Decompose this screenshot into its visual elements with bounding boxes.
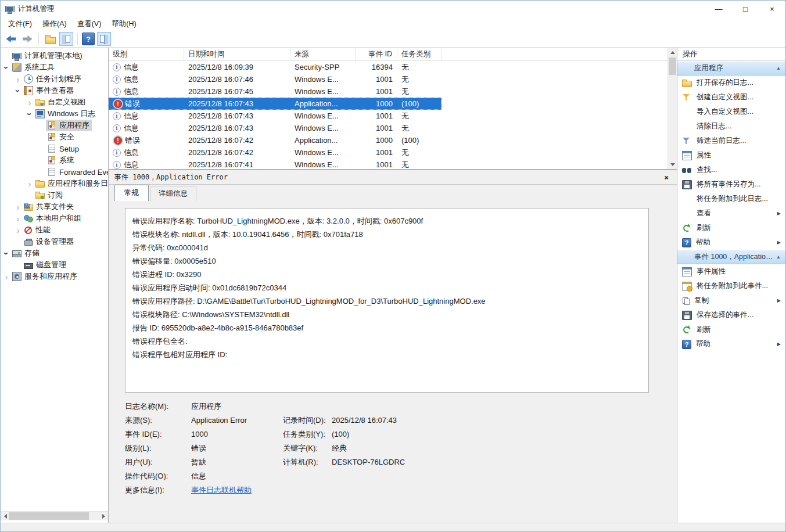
- tree-item[interactable]: 事件查看器: [1, 85, 108, 96]
- event-row[interactable]: 信息 2025/12/8 16:07:42 Windows E... 1001 …: [109, 146, 442, 159]
- column-header-event-id[interactable]: 事件 ID: [356, 48, 397, 60]
- event-list-scrollbar[interactable]: [667, 48, 677, 169]
- tree-expand-arrow[interactable]: [13, 225, 23, 235]
- show-action-pane-icon[interactable]: [97, 32, 111, 46]
- tree-expand-arrow[interactable]: [2, 63, 11, 73]
- tree-item[interactable]: 磁盘管理: [1, 259, 108, 271]
- info-icon: [113, 161, 121, 169]
- column-header-source[interactable]: 来源: [290, 48, 356, 60]
- tree-item[interactable]: 应用程序: [1, 120, 108, 131]
- detail-tab[interactable]: 详细信息: [150, 186, 196, 201]
- forward-icon[interactable]: [20, 32, 34, 46]
- action-item[interactable]: 复制 ▶: [677, 293, 785, 308]
- action-item[interactable]: 清除日志...: [677, 119, 785, 134]
- action-item[interactable]: 事件属性: [677, 264, 785, 279]
- action-item[interactable]: 帮助 ▶: [677, 235, 785, 250]
- menu-item[interactable]: 操作(A): [37, 17, 72, 31]
- tree-item[interactable]: Setup: [1, 143, 108, 154]
- event-description-line: 错误模块名称: ntdll.dll，版本: 10.0.19041.6456，时间…: [132, 228, 641, 241]
- scroll-down-icon[interactable]: [668, 160, 677, 169]
- menu-item[interactable]: 查看(V): [72, 17, 107, 31]
- scrollbar-thumb[interactable]: [669, 57, 676, 75]
- action-item-label: 应用程序: [694, 63, 723, 73]
- back-icon[interactable]: [4, 32, 18, 46]
- scroll-right-icon[interactable]: [99, 512, 108, 521]
- help-icon[interactable]: [82, 33, 95, 45]
- tree-item[interactable]: 存储: [1, 247, 108, 259]
- action-item[interactable]: 事件 1000，Application E... ▲: [677, 250, 785, 264]
- column-header-category[interactable]: 任务类别: [397, 48, 442, 60]
- event-source: Windows E...: [290, 87, 356, 96]
- action-item[interactable]: 刷新: [677, 221, 785, 235]
- event-row[interactable]: 信息 2025/12/8 16:07:43 Windows E... 1001 …: [109, 122, 442, 134]
- action-item[interactable]: 筛选当前日志...: [677, 134, 785, 148]
- detail-tab[interactable]: 常规: [114, 185, 149, 201]
- tree-item[interactable]: 服务和应用程序: [1, 271, 108, 282]
- action-item[interactable]: 应用程序 ▲: [677, 61, 785, 76]
- tree-item[interactable]: 计算机管理(本地): [1, 50, 108, 62]
- column-header-level[interactable]: 级别: [109, 48, 184, 60]
- tree-item[interactable]: 本地用户和组: [1, 213, 108, 224]
- event-row[interactable]: 错误 2025/12/8 16:07:43 Application... 100…: [109, 98, 442, 110]
- column-header-datetime[interactable]: 日期和时间: [184, 48, 290, 60]
- tree-expand-arrow[interactable]: [25, 98, 34, 107]
- menu-item[interactable]: 文件(F): [3, 17, 37, 31]
- scroll-up-icon[interactable]: [668, 48, 677, 57]
- action-item[interactable]: 将所有事件另存为...: [677, 177, 785, 192]
- tree-item[interactable]: 订阅: [1, 189, 108, 201]
- tree-expand-arrow[interactable]: [13, 74, 23, 84]
- event-row[interactable]: 信息 2025/12/8 16:09:39 Security-SPP 16394…: [109, 61, 442, 73]
- action-item[interactable]: 保存选择的事件...: [677, 308, 785, 322]
- separator[interactable]: [37, 32, 41, 46]
- tree-expand-arrow[interactable]: [13, 214, 23, 224]
- scrollbar-thumb[interactable]: [9, 512, 89, 520]
- tree-expand-arrow[interactable]: [2, 249, 11, 258]
- action-item[interactable]: 将任务附加到此日志...: [677, 192, 785, 206]
- menu-item[interactable]: 帮助(H): [106, 17, 141, 31]
- event-row[interactable]: 错误 2025/12/8 16:07:42 Application... 100…: [109, 134, 442, 146]
- close-detail-icon[interactable]: ×: [664, 173, 669, 182]
- action-item[interactable]: 刷新: [677, 322, 785, 337]
- event-row[interactable]: 信息 2025/12/8 16:07:46 Windows E... 1001 …: [109, 73, 442, 85]
- tree-item-label: 安全: [59, 132, 74, 142]
- action-item-label: 属性: [697, 150, 711, 160]
- tree-expand-arrow[interactable]: [13, 202, 23, 212]
- tree-expand-arrow[interactable]: [25, 179, 34, 189]
- show-console-tree-icon[interactable]: [59, 32, 73, 46]
- action-item[interactable]: 查看 ▶: [677, 206, 785, 221]
- action-item[interactable]: 导入自定义视图...: [677, 105, 785, 119]
- action-item[interactable]: 将任务附加到此事件...: [677, 279, 785, 293]
- tree-item[interactable]: Windows 日志: [1, 108, 108, 120]
- event-row[interactable]: 信息 2025/12/8 16:07:43 Windows E... 1001 …: [109, 110, 442, 122]
- action-item[interactable]: 创建自定义视图...: [677, 90, 785, 105]
- tree-item[interactable]: 应用程序和服务日志: [1, 178, 108, 189]
- event-row[interactable]: 信息 2025/12/8 16:07:45 Windows E... 1001 …: [109, 85, 442, 98]
- tree-item[interactable]: 设备管理器: [1, 236, 108, 247]
- export-log-icon[interactable]: [43, 32, 57, 46]
- close-button[interactable]: ×: [759, 1, 785, 17]
- action-item[interactable]: 帮助 ▶: [677, 337, 785, 351]
- action-item[interactable]: 打开保存的日志...: [677, 76, 785, 90]
- tree-item[interactable]: 系统: [1, 154, 108, 166]
- maximize-button[interactable]: □: [732, 1, 759, 17]
- action-item[interactable]: 查找...: [677, 163, 785, 177]
- minimize-button[interactable]: —: [705, 1, 732, 17]
- event-row[interactable]: 信息 2025/12/8 16:07:41 Windows E... 1001 …: [109, 159, 442, 170]
- tree-item[interactable]: Forwarded Eve: [1, 166, 108, 178]
- tree-item[interactable]: 自定义视图: [1, 96, 108, 108]
- tree-item[interactable]: 系统工具: [1, 62, 108, 73]
- tree-horizontal-scrollbar[interactable]: [1, 511, 108, 520]
- tree-item[interactable]: 共享文件夹: [1, 201, 108, 213]
- tree-expand-arrow[interactable]: [25, 109, 34, 119]
- event-fields: 日志名称(M): 应用程序 来源(S): Application Error 记…: [125, 400, 649, 497]
- event-id: 1001: [356, 112, 397, 120]
- action-item[interactable]: 属性: [677, 148, 785, 163]
- separator[interactable]: [76, 32, 80, 46]
- tree-item[interactable]: 性能: [1, 224, 108, 236]
- tree-expand-arrow[interactable]: [2, 272, 11, 282]
- event-source: Windows E...: [290, 160, 356, 169]
- field-label: 来源(S):: [125, 414, 191, 427]
- tree-expand-arrow[interactable]: [13, 86, 23, 96]
- tree-item[interactable]: 安全: [1, 131, 108, 143]
- tree-item[interactable]: 任务计划程序: [1, 73, 108, 85]
